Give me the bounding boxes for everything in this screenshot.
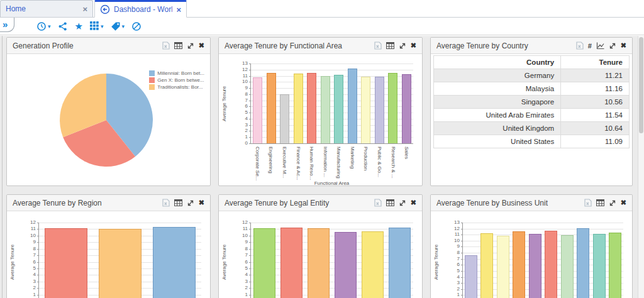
bar-chart-area: 012345678910111213Average Tenure: [431, 211, 632, 298]
table-view-icon[interactable]: [596, 199, 604, 206]
y-tick-label: 7: [448, 257, 460, 262]
share-icon[interactable]: [58, 21, 68, 31]
bar[interactable]: [267, 73, 276, 143]
tenure-cell: 11.09: [561, 135, 630, 148]
y-axis-title: Average Tenure: [9, 223, 16, 298]
panel-header[interactable]: Average Tenure by Functional Area ✖: [219, 38, 422, 54]
bar[interactable]: [308, 228, 329, 298]
panel-header[interactable]: Average Tenure by Country #✖: [431, 38, 632, 54]
y-tick-mark: [461, 253, 463, 253]
export-excel-icon[interactable]: [374, 41, 382, 50]
panel-header[interactable]: Average Tenure by Business Unit ✖: [431, 195, 632, 211]
y-tick-label: 2: [448, 287, 460, 292]
export-excel-icon[interactable]: [374, 199, 382, 207]
maximize-icon[interactable]: [609, 199, 616, 207]
chart-view-icon[interactable]: [596, 42, 604, 50]
close-icon[interactable]: ×: [82, 4, 87, 14]
number-format-icon[interactable]: #: [588, 42, 592, 50]
bar-chart-area: 012345678910111213Average TenureCorporat…: [219, 54, 422, 185]
bar[interactable]: [321, 76, 330, 143]
tab-dashboard-workforce[interactable]: Dashboard - Workforce A... ×: [94, 0, 187, 18]
panel-header[interactable]: Average Tenure by Legal Entity ✖: [219, 195, 422, 211]
y-tick-mark: [249, 137, 251, 138]
bar[interactable]: [497, 236, 509, 298]
bar[interactable]: [253, 228, 275, 298]
panel-header[interactable]: Generation Profile ✖: [7, 38, 210, 54]
x-tick-label: Engineering: [268, 146, 274, 174]
bar[interactable]: [480, 233, 493, 298]
y-tick-mark: [249, 295, 251, 295]
maximize-icon[interactable]: [187, 199, 194, 207]
vertical-scrollbar[interactable]: [638, 36, 644, 298]
close-icon[interactable]: ✖: [199, 199, 204, 207]
bar[interactable]: [529, 234, 541, 298]
maximize-icon[interactable]: [609, 42, 616, 50]
x-axis-title: Functional Area: [250, 180, 413, 186]
close-icon[interactable]: ✖: [411, 41, 416, 50]
bar[interactable]: [593, 234, 606, 298]
bar[interactable]: [362, 231, 383, 298]
bar[interactable]: [375, 77, 384, 143]
export-excel-icon[interactable]: [162, 41, 170, 50]
bar[interactable]: [348, 69, 357, 143]
bar[interactable]: [253, 77, 262, 143]
maximize-icon[interactable]: [399, 42, 406, 50]
tenure-cell: 10.64: [561, 122, 630, 135]
close-icon[interactable]: ✖: [621, 199, 626, 207]
export-excel-icon[interactable]: [162, 199, 170, 207]
bar[interactable]: [45, 228, 88, 298]
table-view-icon[interactable]: [386, 42, 394, 49]
x-tick-label: Finance & Ac...: [296, 146, 301, 180]
close-icon[interactable]: ✖: [199, 41, 204, 50]
maximize-icon[interactable]: [187, 42, 194, 50]
x-tick-label: Sales: [404, 146, 409, 159]
close-icon[interactable]: ×: [176, 5, 181, 14]
bar[interactable]: [561, 235, 574, 298]
legend-swatch: [149, 77, 155, 83]
bar[interactable]: [335, 232, 356, 298]
bar[interactable]: [361, 77, 370, 143]
gridline: [39, 223, 201, 223]
bar[interactable]: [307, 73, 316, 143]
export-excel-icon[interactable]: [584, 199, 592, 207]
export-excel-icon[interactable]: [576, 41, 584, 50]
expand-toolbar-button[interactable]: »: [0, 18, 14, 32]
star-icon[interactable]: ★: [75, 21, 83, 31]
bar[interactable]: [294, 74, 303, 143]
panel-header[interactable]: Average Tenure by Region ✖: [7, 195, 210, 211]
panel-header-icons: #✖: [576, 41, 626, 50]
panel-title: Average Tenure by Country: [436, 41, 528, 50]
y-tick-mark: [37, 255, 39, 256]
bar[interactable]: [402, 74, 411, 143]
bar[interactable]: [577, 228, 589, 298]
bar[interactable]: [545, 231, 557, 298]
scrollbar-thumb[interactable]: [639, 37, 643, 133]
column-header[interactable]: Tenure: [561, 56, 630, 69]
bar[interactable]: [465, 255, 477, 298]
bar[interactable]: [153, 227, 196, 298]
bar[interactable]: [334, 75, 343, 143]
clock-icon[interactable]: ▾: [36, 21, 51, 31]
bar[interactable]: [280, 228, 302, 298]
bar[interactable]: [389, 228, 410, 298]
bar[interactable]: [280, 94, 289, 143]
bar[interactable]: [513, 231, 525, 298]
column-header[interactable]: Country: [434, 56, 561, 69]
close-icon[interactable]: ✖: [411, 199, 416, 207]
close-icon[interactable]: ✖: [621, 41, 626, 50]
table-view-icon[interactable]: [386, 199, 394, 206]
table-view-icon[interactable]: [174, 42, 182, 49]
bar[interactable]: [609, 233, 621, 298]
y-tick-mark: [461, 271, 463, 272]
tab-home[interactable]: Home ×: [0, 0, 93, 17]
grid-icon[interactable]: ▾: [90, 21, 104, 31]
legend-swatch: [149, 84, 155, 90]
maximize-icon[interactable]: [399, 199, 406, 207]
y-tick-label: 2: [236, 128, 248, 133]
globe-icon[interactable]: [131, 21, 142, 31]
table-view-icon[interactable]: [174, 199, 182, 206]
tag-icon[interactable]: ▾: [111, 21, 125, 31]
y-tick-label: 12: [236, 220, 248, 225]
bar[interactable]: [99, 229, 142, 298]
bar[interactable]: [388, 73, 397, 143]
